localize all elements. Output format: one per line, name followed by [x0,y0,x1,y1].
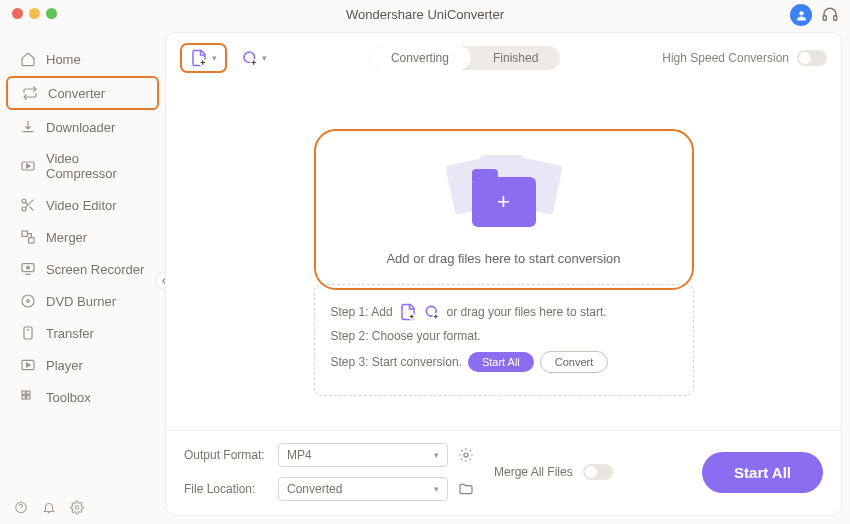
svg-rect-2 [834,16,837,21]
screen-recorder-icon [20,261,36,277]
step1-text-a: Step 1: Add [331,305,393,319]
download-icon [20,119,36,135]
add-url-icon[interactable] [423,303,441,321]
settings-button[interactable] [70,500,84,514]
output-format-label: Output Format: [184,448,268,462]
sidebar-item-editor[interactable]: Video Editor [6,190,159,220]
svg-rect-14 [22,391,25,394]
svg-point-0 [799,11,803,15]
file-location-value: Converted [287,482,342,496]
start-all-button[interactable]: Start All [702,452,823,493]
step2-text: Step 2: Choose your format. [331,329,481,343]
merge-all-toggle[interactable] [583,464,613,480]
sidebar-item-label: Transfer [46,326,94,341]
svg-point-26 [464,453,468,457]
format-settings-button[interactable] [458,447,474,463]
svg-point-10 [22,295,34,307]
sidebar-item-label: DVD Burner [46,294,116,309]
tab-converting[interactable]: Converting [369,46,471,70]
svg-point-4 [22,199,26,203]
home-icon [20,51,36,67]
svg-rect-16 [22,396,25,399]
svg-point-5 [22,207,26,211]
sidebar-item-label: Merger [46,230,87,245]
close-window-icon[interactable] [12,8,23,19]
output-format-select[interactable]: MP4 ▾ [278,443,448,467]
gear-icon [70,500,84,515]
file-location-select[interactable]: Converted ▾ [278,477,448,501]
sidebar-item-recorder[interactable]: Screen Recorder [6,254,159,284]
chevron-down-icon: ▾ [434,484,439,494]
plus-icon: + [497,189,510,215]
bell-icon [42,500,56,515]
sidebar-item-converter[interactable]: Converter [6,76,159,110]
chevron-down-icon: ▾ [262,53,267,63]
footer: Output Format: MP4 ▾ File Location: Conv… [166,430,841,515]
svg-point-19 [75,506,79,510]
sidebar-item-dvd[interactable]: DVD Burner [6,286,159,316]
support-button[interactable] [820,5,840,25]
toolbar: ▾ ▾ Converting Finished High Speed Conve… [166,33,841,83]
svg-rect-15 [27,391,30,394]
sidebar-item-label: Video Editor [46,198,117,213]
dropzone[interactable]: + Add or drag files here to start conver… [314,129,694,290]
add-file-icon[interactable] [399,303,417,321]
high-speed-toggle[interactable] [797,50,827,66]
gear-icon [458,447,474,463]
start-all-pill[interactable]: Start All [468,352,534,372]
tab-finished[interactable]: Finished [471,46,560,70]
dropzone-text: Add or drag files here to start conversi… [386,251,620,266]
sidebar-item-merger[interactable]: Merger [6,222,159,252]
chevron-down-icon: ▾ [212,53,217,63]
step3-text: Step 3: Start conversion. [331,355,462,369]
convert-pill[interactable]: Convert [540,351,609,373]
headset-icon [821,6,839,24]
player-icon [20,357,36,373]
sidebar-item-transfer[interactable]: Transfer [6,318,159,348]
sidebar-item-label: Video Compressor [46,151,145,181]
compressor-icon [20,158,36,174]
help-button[interactable] [14,500,28,514]
output-format-value: MP4 [287,448,312,462]
step1-text-b: or drag your files here to start. [447,305,607,319]
notifications-button[interactable] [42,500,56,514]
scissors-icon [20,197,36,213]
svg-rect-6 [22,231,27,236]
high-speed-label: High Speed Conversion [662,51,789,65]
add-url-button[interactable]: ▾ [241,49,267,67]
sidebar-item-home[interactable]: Home [6,44,159,74]
sidebar-item-label: Downloader [46,120,115,135]
svg-rect-17 [27,396,30,399]
window-controls [12,8,57,19]
folder-illustration: + [444,157,564,237]
sidebar-item-toolbox[interactable]: Toolbox [6,382,159,412]
maximize-window-icon[interactable] [46,8,57,19]
svg-point-9 [27,266,30,269]
app-title: Wondershare UniConverter [346,7,504,22]
add-file-button[interactable]: ▾ [180,43,227,73]
svg-rect-12 [24,327,32,339]
sidebar-item-label: Home [46,52,81,67]
svg-point-11 [27,300,30,303]
sidebar-item-player[interactable]: Player [6,350,159,380]
sidebar-item-compressor[interactable]: Video Compressor [6,144,159,188]
sidebar: Home Converter Downloader Video Compress… [0,28,165,524]
merger-icon [20,229,36,245]
steps-panel: Step 1: Add or drag your files here to s… [314,284,694,396]
sidebar-item-downloader[interactable]: Downloader [6,112,159,142]
disc-icon [20,293,36,309]
profile-button[interactable] [790,4,812,26]
sidebar-item-label: Converter [48,86,105,101]
svg-rect-1 [823,16,826,21]
sidebar-item-label: Player [46,358,83,373]
open-folder-button[interactable] [458,481,474,497]
sidebar-item-label: Toolbox [46,390,91,405]
toolbox-icon [20,389,36,405]
user-icon [795,9,808,22]
tab-group: Converting Finished [369,46,560,70]
transfer-icon [20,325,36,341]
folder-icon [458,481,474,497]
minimize-window-icon[interactable] [29,8,40,19]
merge-all-label: Merge All Files [494,465,573,479]
main-panel: ▾ ▾ Converting Finished High Speed Conve… [165,32,842,516]
